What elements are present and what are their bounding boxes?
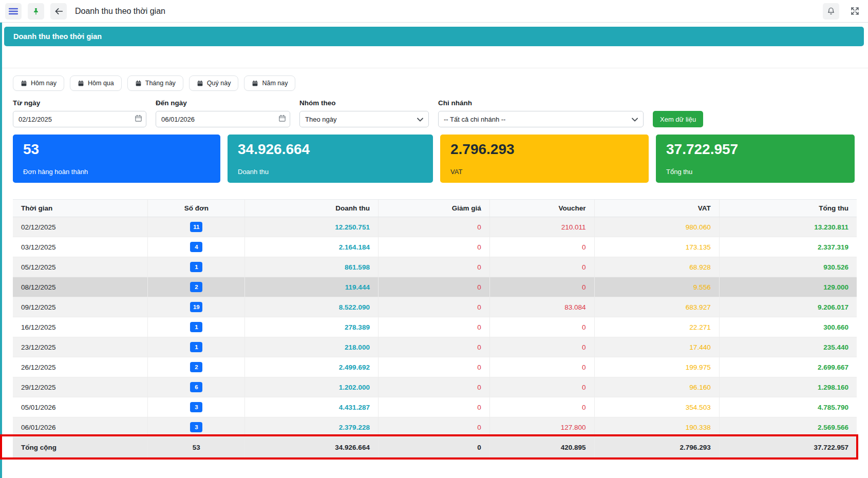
cell-vat: 68.928 (594, 257, 719, 277)
to-date-input[interactable] (156, 111, 290, 127)
cell-orders: 3 (148, 397, 245, 417)
total-voucher: 420.895 (489, 437, 594, 458)
cell-vat: 22.271 (594, 317, 719, 337)
column-header-vat: VAT (594, 200, 719, 217)
notifications-button[interactable] (823, 3, 839, 20)
cell-orders: 19 (148, 297, 245, 317)
order-count-badge: 4 (190, 242, 202, 252)
filter-form: Từ ngày Đến ngày Nhóm theo Theo ngày (13, 99, 857, 127)
quick-filter-button[interactable]: Năm nay (244, 75, 295, 91)
cell-discount: 0 (378, 257, 489, 277)
back-button[interactable] (50, 3, 67, 20)
divider (0, 68, 868, 68)
cell-revenue: 861.598 (245, 257, 379, 277)
column-header-voucher: Voucher (489, 200, 594, 217)
cell-date: 23/12/2025 (13, 337, 148, 357)
column-header-orders: Số đơn (148, 200, 245, 217)
cell-voucher: 0 (489, 357, 594, 377)
bell-icon (827, 7, 835, 15)
order-count-badge: 3 (190, 422, 202, 432)
cell-vat: 354.503 (594, 397, 719, 417)
table-row[interactable]: 06/01/2026 3 2.379.228 0 127.800 190.338… (13, 417, 857, 437)
table-row[interactable]: 09/12/2025 19 8.522.090 0 83.084 683.927… (13, 297, 857, 317)
cell-date: 08/12/2025 (13, 277, 148, 297)
pin-icon (32, 7, 40, 15)
cell-date: 06/01/2026 (13, 417, 148, 437)
card-value: 2.796.293 (450, 142, 638, 158)
revenue-table-wrap: Thời gian Số đơn Doanh thu Giảm giá Vouc… (13, 199, 857, 458)
cell-date: 09/12/2025 (13, 297, 148, 317)
banner: Doanh thu theo thời gian (4, 27, 864, 46)
card-label: Doanh thu (238, 168, 423, 176)
table-row[interactable]: 26/12/2025 2 2.499.692 0 0 199.975 2.699… (13, 357, 857, 377)
cell-vat: 683.927 (594, 297, 719, 317)
cell-revenue: 8.522.090 (245, 297, 379, 317)
cell-revenue: 4.431.287 (245, 397, 379, 417)
group-by-select[interactable]: Theo ngày (299, 111, 429, 127)
summary-card-completed-orders: 53 Đơn hàng hoàn thành (13, 135, 220, 183)
table-row[interactable]: 23/12/2025 1 218.000 0 0 17.440 235.440 (13, 337, 857, 357)
pin-button[interactable] (28, 3, 44, 20)
card-value: 34.926.664 (238, 142, 423, 158)
order-count-badge: 2 (190, 282, 202, 292)
cell-orders: 1 (148, 337, 245, 357)
cell-voucher: 0 (489, 277, 594, 297)
from-date-input[interactable] (13, 111, 146, 127)
card-value: 53 (23, 142, 210, 158)
table-row[interactable]: 02/12/2025 11 12.250.751 0 210.011 980.0… (13, 217, 857, 237)
banner-title: Doanh thu theo thời gian (13, 32, 102, 41)
back-arrow-icon (54, 8, 63, 15)
table-row[interactable]: 05/01/2026 3 4.431.287 0 0 354.503 4.785… (13, 397, 857, 417)
cell-orders: 2 (148, 277, 245, 297)
cell-orders: 6 (148, 377, 245, 397)
cell-discount: 0 (378, 217, 489, 237)
cell-total: 300.660 (719, 317, 857, 337)
cell-total: 2.569.566 (719, 417, 857, 437)
quick-filter-button[interactable]: Quý này (189, 75, 239, 91)
menu-button[interactable] (5, 3, 22, 20)
cell-voucher: 127.800 (489, 417, 594, 437)
order-count-badge: 11 (190, 222, 202, 232)
group-by-label: Nhóm theo (299, 99, 429, 107)
column-header-discount: Giảm giá (378, 200, 489, 217)
cell-discount: 0 (378, 397, 489, 417)
calendar-icon (21, 80, 27, 87)
hamburger-icon (9, 8, 18, 15)
cell-voucher: 0 (489, 257, 594, 277)
revenue-table: Thời gian Số đơn Doanh thu Giảm giá Vouc… (13, 199, 857, 458)
quick-filter-button[interactable]: Hôm nay (13, 75, 64, 91)
cell-total: 129.000 (719, 277, 857, 297)
quick-filter-button[interactable]: Hôm qua (70, 75, 122, 91)
summary-card-total-income: 37.722.957 Tổng thu (656, 135, 855, 183)
cell-total: 235.440 (719, 337, 857, 357)
card-label: Đơn hàng hoàn thành (23, 168, 210, 176)
branch-select[interactable]: -- Tất cả chi nhánh -- (438, 111, 644, 127)
total-orders: 53 (148, 437, 245, 458)
table-row[interactable]: 05/12/2025 1 861.598 0 0 68.928 930.526 (13, 257, 857, 277)
chevron-down-icon (417, 116, 423, 123)
summary-card-revenue: 34.926.664 Doanh thu (228, 135, 433, 183)
cell-discount: 0 (378, 337, 489, 357)
branch-selected-value: -- Tất cả chi nhánh -- (444, 116, 505, 123)
cell-orders: 1 (148, 257, 245, 277)
quick-filter-label: Năm nay (262, 80, 288, 87)
table-row[interactable]: 08/12/2025 2 119.444 0 0 9.556 129.000 (13, 277, 857, 297)
fullscreen-button[interactable] (846, 3, 863, 20)
cell-revenue: 278.389 (245, 317, 379, 337)
cell-vat: 190.338 (594, 417, 719, 437)
total-label: Tổng cộng (13, 437, 148, 458)
order-count-badge: 1 (190, 342, 202, 352)
quick-filter-button[interactable]: Tháng này (127, 75, 183, 91)
quick-filter-label: Hôm qua (88, 80, 114, 87)
cell-revenue: 1.202.000 (245, 377, 379, 397)
view-data-button[interactable]: Xem dữ liệu (653, 111, 703, 127)
cell-revenue: 2.164.184 (245, 237, 379, 257)
summary-cards: 53 Đơn hàng hoàn thành 34.926.664 Doanh … (13, 135, 857, 183)
table-row[interactable]: 29/12/2025 6 1.202.000 0 0 96.160 1.298.… (13, 377, 857, 397)
table-row[interactable]: 16/12/2025 1 278.389 0 0 22.271 300.660 (13, 317, 857, 337)
column-header-time: Thời gian (13, 200, 148, 217)
table-row[interactable]: 03/12/2025 4 2.164.184 0 0 173.135 2.337… (13, 237, 857, 257)
cell-date: 03/12/2025 (13, 237, 148, 257)
cell-voucher: 0 (489, 317, 594, 337)
main-content: Hôm nay Hôm qua Tháng này Quý này (0, 75, 868, 458)
